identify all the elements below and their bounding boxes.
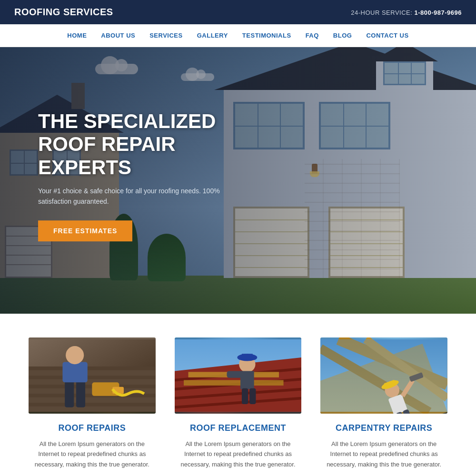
svg-rect-5 bbox=[29, 394, 156, 397]
phone-label: 24-HOUR SERVICE: 1-800-987-9696 bbox=[351, 9, 462, 16]
service-desc-carpentry: All the Lorem Ipsum generators on the In… bbox=[320, 439, 447, 469]
svg-rect-25 bbox=[227, 371, 242, 377]
service-card-roof-replacement: ROOF REPLACEMENT All the Lorem Ipsum gen… bbox=[175, 337, 302, 469]
phone-section: 24-HOUR SERVICE: 1-800-987-9696 bbox=[351, 8, 462, 17]
service-desc-roof-replacement: All the Lorem Ipsum generators on the In… bbox=[175, 439, 302, 469]
service-image-carpentry bbox=[320, 337, 447, 414]
hero-section: THE SPECIALIZED ROOF REPAIR EXPERTS Your… bbox=[0, 47, 476, 314]
svg-rect-8 bbox=[76, 380, 85, 407]
svg-rect-26 bbox=[242, 388, 248, 404]
svg-rect-2 bbox=[29, 367, 156, 370]
service-card-roof-repairs: ROOF REPAIRS All the Lorem Ipsum generat… bbox=[29, 337, 156, 469]
svg-rect-9 bbox=[62, 362, 87, 382]
service-card-carpentry: CARPENTRY REPAIRS All the Lorem Ipsum ge… bbox=[320, 337, 447, 469]
svg-rect-20 bbox=[184, 380, 284, 386]
service-svg-2 bbox=[175, 337, 302, 414]
nav-services[interactable]: SERVICES bbox=[149, 32, 183, 39]
nav-home[interactable]: HOME bbox=[67, 32, 87, 39]
hero-subtitle: Your #1 choice & safe choice for all you… bbox=[38, 186, 248, 207]
services-section: ROOF REPAIRS All the Lorem Ipsum generat… bbox=[0, 314, 476, 476]
svg-rect-3 bbox=[29, 376, 156, 379]
svg-rect-27 bbox=[249, 388, 256, 404]
nav-faq[interactable]: FAQ bbox=[306, 32, 319, 39]
svg-rect-7 bbox=[65, 380, 74, 407]
service-title-carpentry: CARPENTRY REPAIRS bbox=[320, 423, 447, 433]
nav-gallery[interactable]: GALLERY bbox=[197, 32, 228, 39]
free-estimates-button[interactable]: FREE ESTIMATES bbox=[38, 220, 132, 241]
hero-content: THE SPECIALIZED ROOF REPAIR EXPERTS Your… bbox=[38, 110, 248, 241]
service-desc-roof-repairs: All the Lorem Ipsum generators on the In… bbox=[29, 439, 156, 469]
service-image-roof-replacement bbox=[175, 337, 302, 414]
service-title-roof-replacement: ROOF REPLACEMENT bbox=[175, 423, 302, 433]
main-nav: HOME ABOUT US SERVICES GALLERY TESTIMONI… bbox=[0, 24, 476, 47]
nav-blog[interactable]: BLOG bbox=[333, 32, 352, 39]
svg-rect-23 bbox=[242, 354, 253, 359]
service-image-roof-repairs bbox=[29, 337, 156, 414]
service-svg-1 bbox=[29, 337, 156, 414]
service-title-roof-repairs: ROOF REPAIRS bbox=[29, 423, 156, 433]
service-svg-3 bbox=[320, 337, 447, 414]
svg-rect-33 bbox=[320, 339, 447, 412]
svg-point-10 bbox=[66, 346, 84, 364]
nav-about[interactable]: ABOUT US bbox=[101, 32, 135, 39]
site-title: ROOFING SERVICES bbox=[14, 7, 113, 18]
svg-rect-6 bbox=[29, 403, 156, 407]
hero-title: THE SPECIALIZED ROOF REPAIR EXPERTS bbox=[38, 110, 248, 179]
nav-testimonials[interactable]: TESTIMONIALS bbox=[242, 32, 291, 39]
phone-number[interactable]: 1-800-987-9696 bbox=[414, 9, 462, 16]
nav-contact[interactable]: CONTACT US bbox=[366, 32, 408, 39]
top-header: ROOFING SERVICES 24-HOUR SERVICE: 1-800-… bbox=[0, 0, 476, 24]
